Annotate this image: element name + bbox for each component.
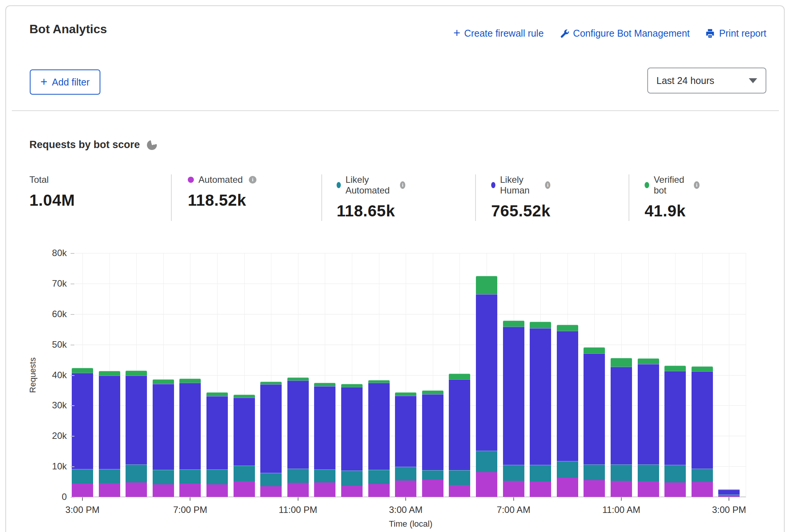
bar-1100am[interactable] [611, 358, 632, 497]
bar-1200pm[interactable] [638, 358, 659, 497]
bar-segment-automated[interactable] [153, 484, 174, 497]
bar-segment-automated[interactable] [206, 484, 228, 497]
configure-bot-management-link[interactable]: Configure Bot Management [559, 28, 690, 39]
stat-automated[interactable]: Automated i 118.52k [188, 174, 256, 210]
bar-segment-likely-human[interactable] [557, 331, 578, 461]
bar-segment-verified-bot[interactable] [368, 380, 390, 383]
bar-segment-automated[interactable] [476, 472, 497, 497]
bar-segment-likely-human[interactable] [99, 376, 120, 469]
bar-segment-likely-automated[interactable] [287, 469, 309, 483]
bar-segment-automated[interactable] [179, 484, 201, 497]
bar-segment-likely-human[interactable] [664, 371, 686, 465]
bar-segment-likely-human[interactable] [611, 367, 632, 464]
bar-segment-likely-automated[interactable] [584, 464, 605, 480]
bar-segment-likely-automated[interactable] [179, 469, 201, 484]
bar-700am[interactable] [503, 321, 524, 497]
bar-800pm[interactable] [206, 392, 228, 497]
bar-segment-automated[interactable] [260, 486, 282, 497]
stat-likely-human[interactable]: Likely Human i 765.52k [491, 174, 550, 220]
bar-segment-verified-bot[interactable] [422, 390, 443, 394]
bar-segment-likely-automated[interactable] [99, 469, 120, 484]
bar-800am[interactable] [530, 322, 551, 497]
bar-segment-likely-human[interactable] [314, 386, 335, 469]
stat-likely-automated[interactable]: Likely Automated i 118.65k [337, 174, 405, 220]
bar-segment-likely-human[interactable] [234, 398, 255, 466]
bar-segment-verified-bot[interactable] [72, 368, 93, 373]
bar-segment-likely-human[interactable] [476, 294, 497, 451]
bar-segment-likely-automated[interactable] [126, 464, 147, 482]
bar-segment-likely-human[interactable] [638, 364, 659, 464]
bar-300pm[interactable] [72, 368, 93, 497]
bar-segment-automated[interactable] [718, 496, 740, 497]
time-range-select[interactable]: Last 24 hours [647, 68, 766, 94]
bar-segment-verified-bot[interactable] [530, 322, 551, 328]
bar-segment-verified-bot[interactable] [234, 395, 255, 397]
bar-100am[interactable] [341, 384, 363, 497]
bar-segment-likely-automated[interactable] [153, 470, 174, 484]
bar-segment-likely-automated[interactable] [260, 473, 282, 486]
bar-700pm[interactable] [179, 379, 201, 497]
bar-segment-automated[interactable] [638, 481, 659, 497]
bar-segment-likely-automated[interactable] [206, 469, 228, 484]
info-icon[interactable]: i [545, 181, 550, 189]
bar-segment-verified-bot[interactable] [126, 371, 147, 376]
bar-segment-likely-automated[interactable] [422, 470, 443, 480]
bar-1000pm[interactable] [260, 382, 282, 497]
bar-1200am[interactable] [314, 383, 335, 497]
bar-300am[interactable] [395, 392, 416, 497]
bar-segment-likely-automated[interactable] [368, 470, 390, 484]
bar-segment-automated[interactable] [557, 478, 578, 497]
info-icon[interactable]: i [694, 181, 700, 189]
bar-segment-likely-automated[interactable] [449, 470, 470, 485]
bar-segment-likely-automated[interactable] [395, 467, 416, 480]
bar-segment-verified-bot[interactable] [611, 358, 632, 367]
bar-segment-automated[interactable] [503, 481, 524, 497]
bar-segment-likely-human[interactable] [422, 394, 443, 470]
bar-segment-automated[interactable] [584, 480, 605, 497]
bar-900pm[interactable] [234, 395, 255, 497]
bar-segment-verified-bot[interactable] [99, 371, 120, 376]
bar-segment-likely-human[interactable] [718, 490, 740, 495]
bar-400pm[interactable] [99, 371, 120, 497]
bar-segment-likely-human[interactable] [260, 384, 282, 473]
bar-segment-likely-automated[interactable] [341, 471, 363, 486]
bar-600pm[interactable] [153, 379, 174, 497]
bar-segment-verified-bot[interactable] [557, 325, 578, 331]
bar-segment-verified-bot[interactable] [287, 377, 309, 380]
bar-segment-verified-bot[interactable] [664, 366, 686, 371]
bar-segment-automated[interactable] [395, 480, 416, 497]
bar-segment-automated[interactable] [368, 484, 390, 497]
bar-900am[interactable] [557, 325, 578, 497]
bar-segment-verified-bot[interactable] [206, 392, 228, 396]
bar-segment-likely-human[interactable] [72, 373, 93, 469]
bar-200am[interactable] [368, 380, 390, 497]
bar-segment-verified-bot[interactable] [692, 366, 713, 371]
bar-segment-likely-human[interactable] [126, 376, 147, 464]
bar-segment-automated[interactable] [449, 485, 470, 497]
bar-segment-likely-human[interactable] [530, 328, 551, 465]
bar-segment-verified-bot[interactable] [341, 384, 363, 387]
bar-segment-likely-human[interactable] [153, 384, 174, 470]
bar-segment-automated[interactable] [314, 482, 335, 497]
bar-segment-likely-automated[interactable] [638, 464, 659, 482]
bar-segment-verified-bot[interactable] [718, 489, 740, 490]
bar-segment-automated[interactable] [234, 481, 255, 497]
bar-segment-likely-human[interactable] [584, 353, 605, 464]
bar-segment-automated[interactable] [341, 486, 363, 497]
bar-500am[interactable] [449, 374, 470, 497]
bar-segment-likely-human[interactable] [368, 383, 390, 470]
bar-segment-verified-bot[interactable] [395, 392, 416, 396]
bar-segment-verified-bot[interactable] [260, 382, 282, 384]
bar-segment-likely-automated[interactable] [611, 464, 632, 481]
bar-segment-automated[interactable] [287, 483, 309, 497]
bar-segment-likely-human[interactable] [206, 396, 228, 469]
create-firewall-rule-link[interactable]: + Create firewall rule [453, 27, 544, 39]
bar-segment-automated[interactable] [530, 482, 551, 497]
bar-100pm[interactable] [664, 366, 686, 497]
bar-segment-verified-bot[interactable] [638, 358, 659, 364]
bar-segment-automated[interactable] [99, 483, 120, 497]
bar-segment-likely-automated[interactable] [692, 469, 713, 482]
add-filter-button[interactable]: + Add filter [30, 69, 100, 95]
bar-segment-verified-bot[interactable] [179, 379, 201, 383]
bar-600am[interactable] [476, 276, 497, 497]
